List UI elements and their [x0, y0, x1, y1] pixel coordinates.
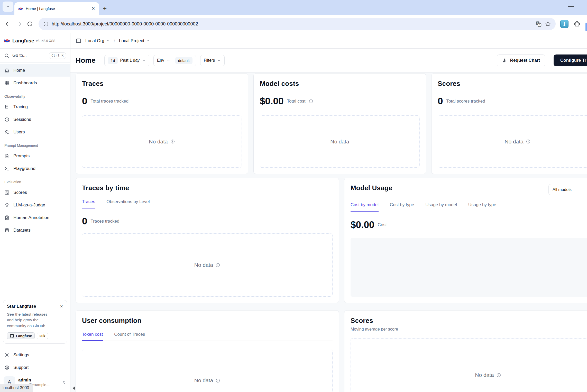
filters-button[interactable]: Filters — [200, 55, 225, 66]
github-button-label: Langfuse — [16, 334, 32, 338]
panel-left-icon[interactable] — [76, 38, 81, 44]
model-usage-card: Model Usage All models Cost by model Cos… — [344, 178, 587, 303]
sidebar-item-sessions[interactable]: Sessions — [0, 113, 70, 126]
card-title: Traces by time — [82, 184, 333, 192]
tab-usage-by-type[interactable]: Usage by type — [468, 202, 496, 212]
card-title: Model costs — [260, 80, 420, 88]
no-data-text: No data — [194, 262, 213, 268]
filters-label: Filters — [204, 58, 215, 63]
bookmark-star-icon[interactable] — [545, 21, 551, 27]
scores-bottom-empty-state: No data — [351, 338, 587, 392]
tab-cost-by-type[interactable]: Cost by type — [390, 202, 414, 212]
tab-usage-by-model[interactable]: Usage by model — [425, 202, 457, 212]
project-name: Local Project — [119, 38, 144, 43]
horizontal-scrollbar-left-arrow[interactable] — [73, 386, 75, 390]
model-usage-chart-placeholder — [351, 238, 587, 297]
goto-shortcut: Ctrl K — [49, 52, 66, 59]
env-filter[interactable]: Env default — [153, 55, 196, 66]
org-selector[interactable]: Local Org — [85, 38, 110, 43]
project-breadcrumb-bar: Local Org / Local Project — [70, 33, 587, 49]
users-icon — [4, 130, 10, 135]
sidebar-item-label: Sessions — [13, 117, 31, 122]
langfuse-favicon — [18, 6, 23, 11]
user-name: admin — [18, 378, 59, 383]
search-icon — [4, 53, 9, 58]
sidebar-item-label: Human Annotation — [13, 215, 49, 220]
scores-card: Scores 0 Total scores tracked No data — [431, 73, 587, 174]
forward-button[interactable] — [15, 21, 23, 27]
browser-tab[interactable]: Home | Langfuse ✕ — [14, 2, 99, 15]
password-extension-icon[interactable]: I — [560, 20, 568, 28]
sidebar-item-label: Settings — [13, 352, 29, 358]
reload-button[interactable] — [26, 21, 34, 27]
github-star-button[interactable]: Langfuse — [7, 332, 35, 339]
model-usage-cost-value: $0.00 — [351, 220, 374, 230]
date-range-badge: 1d — [108, 57, 118, 64]
card-title: Scores — [351, 317, 587, 325]
goto-label: Go to... — [12, 53, 46, 58]
user-consumption-tabs: Token cost Count of Traces — [82, 332, 333, 341]
sidebar-item-llm-judge[interactable]: LLM-as-a-Judge — [0, 199, 70, 211]
info-icon[interactable] — [526, 139, 531, 144]
tab-traces[interactable]: Traces — [82, 199, 95, 208]
sidebar-item-home[interactable]: Home — [0, 64, 70, 77]
dashboard-content: Traces 0 Total traces tracked No data Mo… — [70, 72, 587, 392]
translate-icon[interactable]: 文 A — [535, 21, 542, 27]
sidebar-item-prompts[interactable]: Prompts — [0, 150, 70, 162]
minimize-button[interactable] — [568, 6, 574, 7]
traces-empty-state: No data — [82, 115, 242, 168]
sidebar-item-scores[interactable]: Scores — [0, 186, 70, 199]
sidebar-item-tracing[interactable]: Tracing — [0, 101, 70, 113]
back-button[interactable] — [4, 21, 12, 27]
site-info-icon[interactable] — [43, 21, 49, 27]
github-icon — [10, 334, 14, 338]
user-consumption-empty-state: No data — [82, 349, 333, 392]
terminal-icon — [4, 166, 10, 171]
configure-tracing-button[interactable]: Configure Tr — [554, 54, 587, 66]
tab-token-cost[interactable]: Token cost — [82, 332, 103, 341]
date-range-picker[interactable]: 1d Past 1 day — [104, 55, 149, 66]
tab-close-icon[interactable]: ✕ — [91, 6, 96, 11]
sidebar-item-playground[interactable]: Playground — [0, 162, 70, 175]
browser-toolbar: http://localhost:3000/project/00000000-0… — [0, 15, 587, 33]
info-icon[interactable] — [496, 373, 501, 378]
tab-observations-by-level[interactable]: Observations by Level — [106, 199, 150, 208]
model-costs-empty-state: No data — [260, 115, 420, 168]
no-data-text: No data — [194, 377, 213, 384]
new-tab-button[interactable]: + — [103, 4, 107, 12]
url-text[interactable]: http://localhost:3000/project/00000000-0… — [52, 21, 532, 27]
env-value-chip: default — [175, 57, 192, 64]
percent-square-icon — [4, 190, 10, 195]
info-icon[interactable] — [215, 378, 220, 383]
card-title: Model Usage — [351, 184, 548, 192]
section-observability: Observability — [0, 89, 70, 101]
info-icon[interactable] — [215, 263, 220, 268]
request-chart-button[interactable]: Request Chart — [497, 54, 545, 66]
tracing-tree-icon — [4, 104, 10, 110]
sidebar-item-support[interactable]: Support — [0, 361, 70, 374]
brand[interactable]: Langfuse v3.143.0 OSS — [0, 33, 70, 49]
all-models-select[interactable]: All models — [548, 184, 587, 195]
user-consumption-card: User consumption Token cost Count of Tra… — [76, 310, 339, 392]
sidebar-item-label: LLM-as-a-Judge — [13, 203, 45, 208]
extensions-button[interactable] — [571, 21, 583, 27]
tab-dropdown-button[interactable] — [3, 2, 13, 12]
info-icon[interactable] — [170, 139, 175, 144]
tab-count-of-traces[interactable]: Count of Traces — [114, 332, 145, 341]
sidebar-item-settings[interactable]: Settings — [0, 349, 70, 361]
url-bar[interactable]: http://localhost:3000/project/00000000-0… — [39, 18, 556, 30]
github-star-count[interactable]: 20k — [37, 333, 48, 339]
goto-search[interactable]: Go to... Ctrl K — [0, 49, 70, 63]
sidebar-item-users[interactable]: Users — [0, 126, 70, 138]
star-card-title: Star Langfuse — [7, 304, 60, 309]
brand-name: Langfuse — [12, 38, 34, 44]
sidebar-item-datasets[interactable]: Datasets — [0, 224, 70, 236]
close-icon[interactable]: ✕ — [60, 304, 63, 309]
tab-cost-by-model[interactable]: Cost by model — [351, 202, 379, 212]
info-icon[interactable] — [309, 99, 313, 104]
project-selector[interactable]: Local Project — [119, 38, 150, 43]
prompts-file-icon — [4, 153, 10, 159]
sidebar-item-dashboards[interactable]: Dashboards — [0, 77, 70, 89]
model-costs-value: $0.00 — [260, 96, 284, 107]
sidebar-item-human-annotation[interactable]: Human Annotation — [0, 211, 70, 224]
